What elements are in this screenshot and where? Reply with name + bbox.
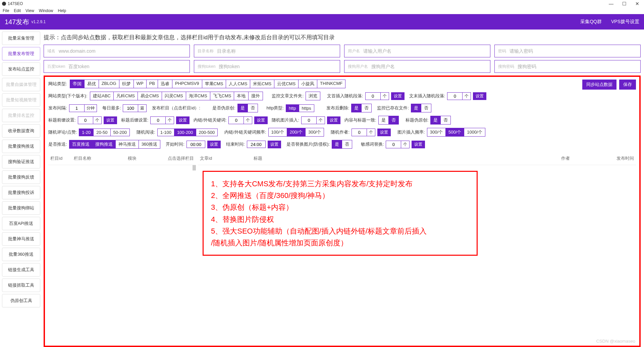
sidebar-item-13[interactable]: 批量神马推送	[2, 232, 40, 246]
r5l-opt-0[interactable]: 100/个	[268, 128, 287, 137]
row2opts-opt-5[interactable]: 飞飞CMS	[210, 92, 234, 100]
siteTypes-opt-9[interactable]: 人人CMS	[226, 80, 250, 88]
siteTypes-opt-4[interactable]: WP	[133, 80, 147, 88]
pre-insert-input[interactable]	[365, 92, 381, 100]
sidebar-item-1[interactable]: 批量发布管理	[2, 47, 40, 60]
exist-yes[interactable]: 是	[411, 104, 421, 112]
siteTypes-opt-0[interactable]: 帝国	[70, 80, 85, 88]
start-input[interactable]	[186, 141, 205, 148]
browse-button[interactable]: 浏览	[306, 92, 320, 100]
row2opts-opt-7[interactable]: 搜外	[248, 92, 263, 100]
inputs1-input-2[interactable]	[363, 48, 487, 54]
replace-yes[interactable]: 是	[332, 140, 342, 149]
menu-edit[interactable]: Edit	[14, 8, 21, 13]
sidebar-item-2[interactable]: 发布站点监控	[2, 62, 40, 76]
scrollbar-thumb[interactable]	[193, 165, 196, 170]
minimize-button[interactable]: —	[609, 1, 613, 6]
inputs2-input-3[interactable]	[518, 64, 637, 69]
siteTypes-opt-3[interactable]: 织梦	[119, 80, 134, 88]
save-button[interactable]: 保存	[619, 80, 636, 90]
siteTypes-opt-13[interactable]: THINKCMF	[317, 80, 345, 88]
inputs1-input-0[interactable]	[59, 48, 186, 54]
pre-insert-set[interactable]: 设置	[391, 92, 405, 100]
r5i-opt-0[interactable]: 300/个	[427, 128, 446, 137]
link-kw-input[interactable]	[228, 116, 244, 124]
sidebar-item-10[interactable]: 批量搜狗投诉	[2, 186, 40, 199]
push-opt-1[interactable]: 搜狗推送	[92, 140, 116, 149]
siteTypes-opt-7[interactable]: PHPCMSV9	[172, 80, 202, 88]
r5i-opt-2[interactable]: 1000/个	[464, 128, 485, 137]
suffix-set[interactable]: 设置	[176, 116, 190, 124]
inputs1-input-3[interactable]	[509, 48, 637, 54]
row2opts-opt-2[interactable]: 易企CMS	[138, 92, 162, 100]
r5r-opt-0[interactable]: 1-100	[157, 129, 174, 136]
start-set[interactable]: 设置	[207, 141, 221, 148]
push-opt-0[interactable]: 百度推送	[69, 140, 93, 149]
link-vps-dial[interactable]: VPS拨号设置	[611, 19, 639, 25]
siteTypes-opt-1[interactable]: 易优	[84, 80, 99, 88]
author-input[interactable]	[352, 129, 367, 136]
sidebar-item-8[interactable]: 搜狗验证推送	[2, 155, 40, 168]
end-input[interactable]	[247, 141, 266, 148]
r5l-opt-2[interactable]: 300/个	[305, 128, 324, 137]
r5c-opt-2[interactable]: 50-200	[110, 129, 130, 136]
menu-file[interactable]: File	[3, 8, 9, 13]
sidebar-item-16[interactable]: 链接抓取工具	[2, 279, 40, 292]
sidebar-item-6[interactable]: 收录数据查询	[2, 124, 40, 138]
inputs2-input-2[interactable]	[371, 64, 487, 69]
sens-set[interactable]: 设置	[412, 141, 425, 148]
close-button[interactable]: ✕	[635, 1, 639, 6]
sync-site-button[interactable]: 同步站点数据	[582, 80, 616, 90]
push-opt-2[interactable]: 神马推送	[115, 140, 139, 149]
row2opts-opt-0[interactable]: 建站ABC	[90, 92, 114, 100]
siteTypes-opt-2[interactable]: ZBLOG	[99, 80, 119, 88]
consist-no[interactable]: 否	[388, 116, 399, 125]
sidebar-item-4[interactable]: 批量短视频管理	[2, 93, 40, 107]
r5i-opt-1[interactable]: 500/个	[445, 128, 464, 137]
sidebar-item-14[interactable]: 批量360推送	[2, 248, 40, 261]
link-kw-set[interactable]: 设置	[254, 116, 268, 124]
del-no[interactable]: 否	[361, 104, 372, 112]
siteTypes-opt-12[interactable]: 小旋风	[298, 80, 317, 88]
maximize-button[interactable]: ☐	[622, 1, 627, 6]
consist-yes[interactable]: 是	[378, 116, 389, 125]
http-opt[interactable]: http	[286, 104, 299, 112]
r5c-opt-1[interactable]: 20-50	[93, 129, 110, 136]
row2opts-opt-1[interactable]: 凡科CMS	[113, 92, 138, 100]
sens-input[interactable]	[386, 141, 401, 148]
sidebar-item-15[interactable]: 链接生成工具	[2, 263, 40, 277]
exist-no[interactable]: 否	[421, 104, 431, 112]
siteTypes-opt-11[interactable]: 云优CMS	[274, 80, 299, 88]
sidebar-item-9[interactable]: 批量搜狗反馈	[2, 170, 40, 184]
menu-window[interactable]: Window	[39, 8, 53, 13]
sidebar-item-17[interactable]: 伪原创工具	[2, 294, 40, 307]
r5c-opt-0[interactable]: 1-20	[79, 129, 94, 136]
inputs2-input-0[interactable]	[68, 64, 186, 69]
author-set[interactable]: 设置	[377, 129, 391, 136]
orig-yes[interactable]: 是	[237, 104, 248, 112]
row2opts-opt-3[interactable]: 闪灵CMS	[162, 92, 186, 100]
orig-no[interactable]: 否	[248, 104, 258, 112]
link-qq-group[interactable]: 采集QQ群	[580, 19, 602, 25]
https-opt[interactable]: https	[299, 104, 314, 112]
daily-input[interactable]	[123, 104, 138, 112]
end-set[interactable]: 设置	[268, 141, 281, 148]
inputs2-input-1[interactable]	[219, 64, 336, 69]
replace-no[interactable]: 否	[342, 140, 352, 149]
suffix-input[interactable]	[150, 116, 166, 124]
menu-view[interactable]: View	[25, 8, 34, 13]
prefix-set[interactable]: 设置	[104, 116, 117, 124]
siteTypes-opt-10[interactable]: 米拓CMS	[250, 80, 274, 88]
r5r-opt-2[interactable]: 200-500	[196, 129, 218, 136]
siteTypes-opt-5[interactable]: PB	[146, 80, 158, 88]
post-insert-set[interactable]: 设置	[473, 92, 486, 100]
table-columns-body[interactable]	[48, 165, 196, 280]
siteTypes-opt-6[interactable]: 迅睿	[158, 80, 172, 88]
sidebar-item-12[interactable]: 百度API推送	[2, 217, 40, 230]
prefix-input[interactable]	[78, 116, 93, 124]
inputs1-input-1[interactable]	[217, 48, 336, 54]
rand-img-input[interactable]	[301, 116, 317, 124]
sidebar-item-5[interactable]: 批量排名监控	[2, 109, 40, 122]
sidebar-item-0[interactable]: 批量采集管理	[2, 32, 40, 45]
row2opts-opt-6[interactable]: 本地	[234, 92, 249, 100]
